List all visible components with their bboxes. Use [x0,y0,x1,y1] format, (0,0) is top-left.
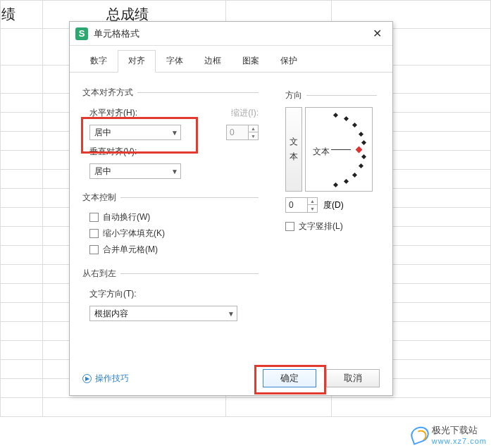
h-align-value: 居中 [94,127,111,139]
text-dir-combo[interactable]: 根据内容 ▼ [89,306,237,321]
spinner-down-icon[interactable]: ▼ [307,205,317,212]
orientation-legend: 方向 [285,89,306,101]
text-control-group: 文本控制 自动换行(W) 缩小字体填充(K) 合并单元格(M) [82,192,259,258]
tab-alignment[interactable]: 对齐 [118,50,156,73]
dialog-footer: ▶ 操作技巧 确定 取消 [70,361,392,395]
tab-strip: 数字 对齐 字体 边框 图案 保护 [70,46,392,73]
dial-current-icon [356,147,363,154]
cell-format-dialog: S 单元格格式 ✕ 数字 对齐 字体 边框 图案 保护 文本对齐方式 水平对齐(… [69,21,393,396]
alignment-group: 文本对齐方式 水平对齐(H): 缩进(I): 居中 ▼ ▲ ▼ [82,87,259,182]
shrink-checkbox[interactable]: 缩小字体填充(K) [82,225,259,242]
rtl-group: 从右到左 文字方向(T): 根据内容 ▼ [82,268,259,324]
degree-spinner[interactable]: ▲ ▼ [285,197,318,213]
dial-text: 文本 [313,146,330,158]
tab-border[interactable]: 边框 [194,50,232,73]
spinner-up-icon[interactable]: ▲ [248,125,258,132]
checkbox-icon [89,245,99,254]
watermark-url: www.xz7.com [432,437,487,445]
dial-line [331,149,351,150]
titlebar[interactable]: S 单元格格式 ✕ [70,22,392,46]
degree-input[interactable] [286,198,307,212]
watermark: 极光下载站 www.xz7.com [411,424,487,445]
ok-button[interactable]: 确定 [263,369,316,387]
checkbox-icon [89,213,99,222]
alignment-legend: 文本对齐方式 [82,87,137,99]
merge-checkbox[interactable]: 合并单元格(M) [82,242,259,258]
tab-protect[interactable]: 保护 [270,50,308,73]
chevron-down-icon: ▼ [171,168,178,175]
h-align-label: 水平对齐(H): [89,107,137,119]
h-align-combo[interactable]: 居中 ▼ [89,125,181,140]
text-control-legend: 文本控制 [82,192,120,204]
v-align-value: 居中 [94,166,111,178]
tips-label: 操作技巧 [95,373,129,385]
spinner-up-icon[interactable]: ▲ [307,198,317,205]
vertical-text-button[interactable]: 文 本 [285,107,302,192]
play-icon: ▶ [82,374,92,383]
wrap-checkbox[interactable]: 自动换行(W) [82,209,259,225]
header-cell[interactable]: 绩 [1,1,43,29]
cancel-button[interactable]: 取消 [326,369,380,387]
chevron-down-icon: ▼ [171,129,178,137]
app-logo-icon: S [75,27,88,40]
watermark-logo-icon [409,424,431,445]
orientation-dial[interactable]: 文本 [305,107,373,192]
tab-pattern[interactable]: 图案 [232,50,270,73]
wrap-label: 自动换行(W) [103,211,150,223]
tab-font[interactable]: 字体 [156,50,194,73]
text-dir-value: 根据内容 [94,308,128,320]
checkbox-icon [285,222,294,231]
v-align-combo[interactable]: 居中 ▼ [89,163,181,179]
text-dir-label: 文字方向(T): [89,288,137,300]
spinner-down-icon[interactable]: ▼ [248,132,258,139]
indent-input[interactable] [227,125,248,139]
checkbox-icon [89,229,99,238]
rtl-legend: 从右到左 [82,268,120,280]
vertical-text-checkbox[interactable]: 文字竖排(L) [285,218,377,235]
close-button[interactable]: ✕ [367,24,387,44]
vertical-text-label: 文字竖排(L) [299,220,343,232]
indent-label: 缩进(I): [231,107,259,119]
orientation-panel: 方向 文 本 文本 [285,89,377,235]
chevron-down-icon: ▼ [228,310,235,318]
tab-number[interactable]: 数字 [80,50,118,73]
tips-link[interactable]: ▶ 操作技巧 [82,373,129,385]
v-align-label: 垂直对齐(V): [89,146,137,158]
degree-label: 度(D) [323,199,344,211]
shrink-label: 缩小字体填充(K) [103,228,165,239]
dialog-title: 单元格格式 [94,27,139,40]
merge-label: 合并单元格(M) [103,244,158,256]
indent-spinner[interactable]: ▲ ▼ [226,125,259,140]
watermark-text: 极光下载站 [432,424,487,437]
